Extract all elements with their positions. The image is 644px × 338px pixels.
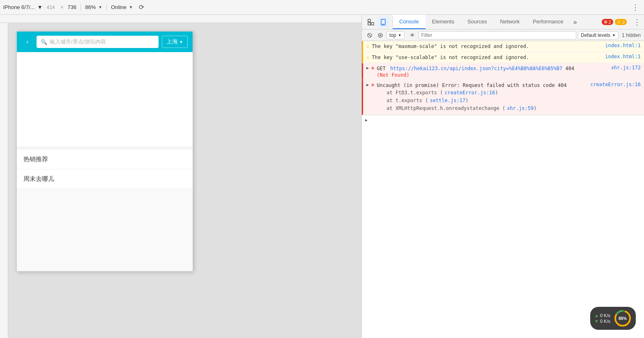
toolbar-divider-2: [106, 4, 107, 11]
eye-button[interactable]: 👁: [408, 31, 417, 40]
context-value: top: [389, 32, 396, 38]
clear-console-button[interactable]: [365, 31, 374, 40]
error-detail-not-found: (Not Found): [377, 72, 641, 78]
network-monitor-overlay: ▲ 0 K/s ▼ 0 K/s 86%: [590, 307, 636, 330]
upload-speed: 0 K/s: [600, 313, 610, 318]
error-msg-container-2: Uncaught (in promise) Error: Request fai…: [377, 82, 641, 113]
upload-speed-row: ▲ 0 K/s: [594, 313, 610, 318]
tab-performance[interactable]: Performance: [526, 15, 570, 29]
search-box[interactable]: 🔍 输入城市/景点/游玩内容: [37, 36, 159, 48]
menu-item-hot[interactable]: 热销推荐: [17, 150, 193, 169]
console-message-error-1: ▶ ⊗ GET https://hekai123.cn/api/index.js…: [362, 63, 644, 80]
device-dropdown-icon[interactable]: ▼: [37, 4, 43, 10]
console-message-warning-2: ⚠ The key "use-scalable" is not recogniz…: [362, 52, 644, 63]
context-dropdown-icon: ▼: [398, 33, 402, 37]
speed-percent: 86%: [619, 316, 627, 321]
warning-icon-2: ⚠: [366, 54, 369, 60]
error-count: 2: [609, 20, 611, 25]
device-toggle-button[interactable]: [377, 16, 389, 28]
msg-row-2: The key "use-scalable" is not recognized…: [372, 54, 641, 61]
back-button[interactable]: ‹: [22, 36, 33, 48]
devtools-tabs: Console Elements Sources Network Perform…: [393, 15, 598, 29]
error-text-2: Uncaught (in promise) Error: Request fai…: [377, 82, 589, 89]
dimension-separator: 414: [47, 5, 55, 10]
console-message-error-2: ▶ ⊗ Uncaught (in promise) Error: Request…: [362, 80, 644, 115]
speedometer-dial: 86%: [614, 309, 632, 327]
device-content: ‹ 🔍 输入城市/景点/游玩内容 上海 ▼: [8, 23, 361, 338]
download-arrow-icon: ▼: [594, 319, 599, 324]
svg-rect-1: [371, 23, 374, 25]
error-icon: ⊗: [604, 19, 607, 25]
warning-badge: ⚠ 2: [615, 19, 627, 25]
city-dropdown-icon: ▼: [179, 40, 183, 44]
tab-badges: ⊗ 2 ⚠ 2: [598, 19, 630, 25]
tab-network[interactable]: Network: [494, 15, 527, 29]
stack-link-1[interactable]: createError.js:16: [445, 90, 495, 96]
warning-link-1[interactable]: index.html:1: [605, 43, 641, 48]
ruler-horizontal: [0, 15, 361, 23]
tab-sources[interactable]: Sources: [461, 15, 494, 29]
console-input-row: ▶: [362, 115, 644, 124]
ruler-vertical: [0, 23, 8, 338]
network-dropdown-icon[interactable]: ▼: [129, 5, 133, 9]
svg-rect-0: [368, 19, 370, 22]
expand-arrow-2[interactable]: ▶: [366, 82, 369, 87]
context-selector[interactable]: top ▼: [386, 31, 405, 39]
app-header: ‹ 🔍 输入城市/景点/游玩内容 上海 ▼: [17, 32, 193, 52]
tab-elements[interactable]: Elements: [426, 15, 461, 29]
zoom-level[interactable]: 86%: [85, 4, 96, 10]
stack-line-1: at FtD3.t.exports (createError.js:16): [386, 89, 641, 97]
warning-link-2[interactable]: index.html:1: [605, 54, 641, 59]
error-url-link-1[interactable]: https://hekai123.cn/api/index.json?city=…: [390, 66, 562, 71]
download-speed-row: ▼ 0 K/s: [594, 319, 610, 324]
warning-text-1: The key "maxmum-scale" is not recognized…: [372, 43, 603, 50]
devtools-panel: Console Elements Sources Network Perform…: [361, 15, 644, 338]
zoom-dropdown-icon[interactable]: ▼: [98, 5, 102, 9]
tab-console[interactable]: Console: [393, 15, 426, 29]
level-selector[interactable]: Default levels ▼: [578, 31, 619, 39]
device-label[interactable]: iPhone 6/7/...: [3, 4, 35, 10]
warning-icon: ⚠: [617, 19, 621, 25]
console-messages: ⚠ The key "maxmum-scale" is not recogniz…: [362, 41, 644, 338]
device-panel: ‹ 🔍 输入城市/景点/游玩内容 上海 ▼: [0, 15, 361, 338]
top-toolbar: iPhone 6/7/... ▼ 414 × 736 86% ▼ Online …: [0, 0, 644, 15]
devtools-more-button[interactable]: ⋮: [630, 18, 644, 27]
error-link-2[interactable]: createError.js:16: [590, 82, 641, 87]
filter-input[interactable]: [419, 31, 576, 39]
preserve-log-button[interactable]: [376, 31, 385, 40]
error-msg-container-1: GET https://hekai123.cn/api/index.json?c…: [377, 65, 641, 78]
tab-more-button[interactable]: »: [570, 15, 580, 29]
stack-line-3: at XMLHttpRequest.h.onreadystatechange (…: [386, 105, 641, 112]
city-selector-button[interactable]: 上海 ▼: [162, 36, 188, 48]
more-button[interactable]: ⋮: [630, 3, 641, 12]
expand-arrow-1[interactable]: ▶: [366, 66, 369, 70]
hidden-count: 1 hidden: [622, 32, 641, 38]
console-toolbar: top ▼ 👁 Default levels ▼ 1 hidden: [362, 30, 644, 41]
warning-text-2: The key "use-scalable" is not recognized…: [372, 54, 603, 61]
error-badge: ⊗ 2: [602, 19, 613, 25]
msg-row-1: The key "maxmum-scale" is not recognized…: [372, 43, 641, 50]
level-dropdown-icon: ▼: [612, 33, 616, 37]
network-level[interactable]: Online: [111, 4, 126, 10]
svg-line-6: [368, 34, 371, 37]
stack-link-3[interactable]: xhr.js:59: [507, 105, 534, 111]
error-link-1[interactable]: xhr.js:172: [611, 65, 641, 71]
dim-x: ×: [61, 5, 64, 10]
console-expand-arrow[interactable]: ▶: [365, 118, 368, 122]
level-value: Default levels: [581, 32, 610, 38]
warning-icon-1: ⚠: [366, 43, 369, 49]
speed-values: ▲ 0 K/s ▼ 0 K/s: [594, 313, 610, 324]
inspect-button[interactable]: [365, 16, 377, 28]
rotate-icon[interactable]: ⟳: [139, 3, 144, 11]
error-stack-trace: at FtD3.t.exports (createError.js:16) at…: [377, 89, 641, 113]
devtools-icons: [362, 16, 393, 28]
iphone-frame: ‹ 🔍 输入城市/景点/游玩内容 上海 ▼: [16, 31, 193, 272]
upload-arrow-icon: ▲: [594, 313, 599, 318]
stack-link-2[interactable]: settle.js:17: [430, 98, 465, 103]
toolbar-divider-1: [80, 4, 81, 11]
menu-item-weekend[interactable]: 周末去哪儿: [17, 169, 193, 189]
console-message-warning-1: ⚠ The key "maxmum-scale" is not recogniz…: [362, 41, 644, 52]
search-icon: 🔍: [41, 39, 47, 45]
section-divider-1: [17, 146, 193, 150]
lower-section: [17, 189, 193, 271]
